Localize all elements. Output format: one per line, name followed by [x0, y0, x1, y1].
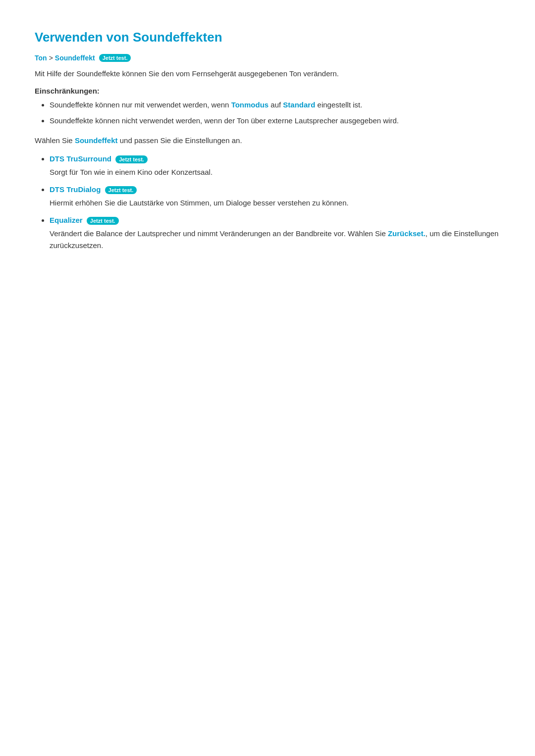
- feature-list: DTS TruSurround Jetzt test. Sorgt für To…: [35, 154, 500, 252]
- feature-title-dts-trusurround[interactable]: DTS TruSurround: [50, 154, 111, 163]
- restriction-2-text: Soundeffekte können nicht verwendet werd…: [50, 116, 399, 125]
- waehlen-text: Wählen Sie Soundeffekt und passen Sie di…: [35, 135, 500, 147]
- jetzt-test-badge-equalizer[interactable]: Jetzt test.: [87, 217, 119, 225]
- jetzt-test-badge-breadcrumb[interactable]: Jetzt test.: [99, 54, 131, 62]
- restriction-1-middle: auf: [268, 101, 283, 109]
- standard-link[interactable]: Standard: [283, 101, 315, 109]
- intro-text: Mit Hilfe der Soundeffekte können Sie de…: [35, 68, 500, 80]
- equalizer-desc-before: Verändert die Balance der Lautsprecher u…: [50, 229, 388, 238]
- feature-item-dts-trudialog: DTS TruDialog Jetzt test. Hiermit erhöhe…: [50, 185, 500, 209]
- list-item: Soundeffekte können nicht verwendet werd…: [50, 115, 500, 127]
- breadcrumb-ton[interactable]: Ton: [35, 54, 47, 62]
- feature-desc-dts-trudialog: Hiermit erhöhen Sie die Lautstärke von S…: [50, 197, 500, 209]
- feature-item-equalizer: Equalizer Jetzt test. Verändert die Bala…: [50, 216, 500, 252]
- restrictions-list: Soundeffekte können nur mit verwendet we…: [35, 99, 500, 127]
- feature-desc-dts-trusurround: Sorgt für Ton wie in einem Kino oder Kon…: [50, 166, 500, 178]
- page-title: Verwenden von Soundeffekten: [35, 30, 500, 45]
- breadcrumb-soundeffekt[interactable]: Soundeffekt: [55, 54, 95, 62]
- feature-item-dts-trusurround: DTS TruSurround Jetzt test. Sorgt für To…: [50, 154, 500, 178]
- list-item: Soundeffekte können nur mit verwendet we…: [50, 99, 500, 111]
- tonmodus-link[interactable]: Tonmodus: [231, 101, 269, 109]
- restrictions-heading: Einschränkungen:: [35, 87, 500, 95]
- feature-title-dts-trudialog[interactable]: DTS TruDialog: [50, 185, 101, 194]
- breadcrumb-separator: >: [49, 54, 53, 62]
- restriction-1-before: Soundeffekte können nur mit verwendet we…: [50, 101, 231, 109]
- zurueckset-link[interactable]: Zurückset.: [388, 229, 426, 238]
- feature-desc-equalizer: Verändert die Balance der Lautsprecher u…: [50, 228, 500, 252]
- soundeffekt-link[interactable]: Soundeffekt: [75, 136, 118, 145]
- jetzt-test-badge-trudialog[interactable]: Jetzt test.: [105, 186, 137, 194]
- feature-title-equalizer[interactable]: Equalizer: [50, 216, 83, 224]
- breadcrumb: Ton > Soundeffekt Jetzt test.: [35, 54, 500, 62]
- jetzt-test-badge-trusurround[interactable]: Jetzt test.: [115, 155, 148, 163]
- waehlen-before: Wählen Sie: [35, 136, 75, 145]
- restriction-1-after: eingestellt ist.: [315, 101, 362, 109]
- waehlen-after: und passen Sie die Einstellungen an.: [118, 136, 242, 145]
